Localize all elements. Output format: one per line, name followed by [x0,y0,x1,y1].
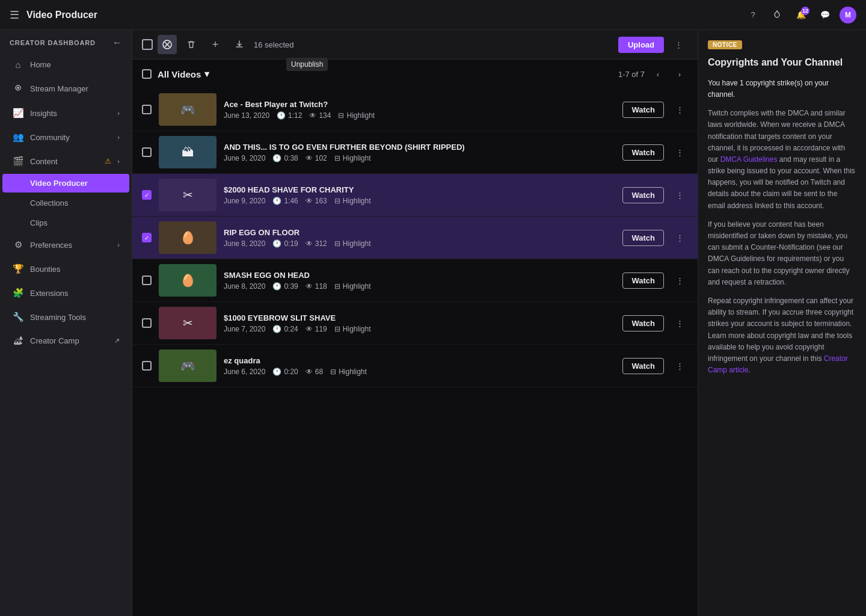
community-arrow-icon: › [117,134,120,141]
sidebar-sub-item-video-producer[interactable]: Video Producer [2,174,129,192]
sidebar-item-preferences[interactable]: ⚙ Preferences › [2,233,129,256]
sidebar-item-bounties[interactable]: 🏆 Bounties [2,257,129,280]
select-all-checkbox[interactable] [142,39,153,50]
sidebar-item-community[interactable]: 👥 Community › [2,126,129,149]
creator-camp-link[interactable]: Creator Camp article [708,354,848,374]
video-info: AND THIS... IS TO GO EVEN FURTHER BEYOND… [224,143,615,162]
type-icon: ⊟ [334,239,340,248]
sidebar-extensions-label: Extensions [30,289,120,298]
video-views: 👁 134 [309,111,331,120]
row-checkbox[interactable]: ✓ [142,233,152,242]
unpublish-button[interactable] [158,35,177,54]
sidebar-sub-item-clips[interactable]: Clips [2,214,129,232]
sidebar-creator-camp-label: Creator Camp [30,336,108,345]
help-icon-btn[interactable]: ? [743,5,763,25]
table-row[interactable]: ✓ ✂ $2000 HEAD SHAVE FOR CHARITY June 9,… [132,174,698,217]
delete-button[interactable] [182,35,201,54]
type-icon: ⊟ [334,154,340,162]
sidebar-preferences-label: Preferences [30,241,111,250]
sidebar-item-home[interactable]: ⌂ Home [2,54,129,76]
table-row[interactable]: 🎮 Ace - Best Player at Twitch? June 13, … [132,88,698,131]
notifications-badge: 12 [801,7,809,15]
sidebar-item-streaming-tools[interactable]: 🔧 Streaming Tools [2,306,129,328]
notice-paragraph-1: You have 1 copyright strike(s) on your c… [708,78,856,100]
sidebar-item-content[interactable]: 🎬 Content ⚠ › [2,150,129,173]
video-type: ⊟ Highlight [334,239,371,248]
video-info: $2000 HEAD SHAVE FOR CHARITY June 9, 202… [224,185,615,205]
content-warning-icon: ⚠ [105,157,111,165]
watch-button[interactable]: Watch [622,273,664,289]
video-thumbnail: 🥚 [159,221,216,254]
sidebar-item-creator-camp[interactable]: 🏕 Creator Camp ↗ [2,330,129,352]
table-row[interactable]: 🥚 SMASH EGG ON HEAD June 8, 2020 🕐 0:39 … [132,259,698,302]
download-icon [235,40,244,49]
help-icon: ? [751,10,755,19]
video-duration: 🕐 1:12 [277,111,302,120]
watch-button[interactable]: Watch [622,187,664,203]
row-checkbox[interactable] [142,318,152,328]
sidebar-item-insights[interactable]: 📈 Insights › [2,102,129,125]
download-button[interactable] [230,35,249,54]
row-more-button[interactable]: ⋮ [671,101,688,118]
video-date: June 9, 2020 [224,154,265,162]
chat-icon-btn[interactable]: 💬 [815,5,835,25]
row-checkbox[interactable] [142,361,152,371]
watch-button[interactable]: Watch [622,358,664,374]
row-more-button[interactable]: ⋮ [671,144,688,161]
row-checkbox[interactable] [142,105,152,114]
hamburger-icon[interactable]: ☰ [10,8,19,22]
avatar[interactable]: M [840,7,856,23]
video-title: Ace - Best Player at Twitch? [224,100,615,109]
pagination-prev-button[interactable]: ‹ [650,66,666,82]
video-title: AND THIS... IS TO GO EVEN FURTHER BEYOND… [224,143,615,152]
notifications-icon-btn[interactable]: 🔔 12 [791,5,811,25]
video-title: $2000 HEAD SHAVE FOR CHARITY [224,185,615,194]
table-row[interactable]: 🏔 AND THIS... IS TO GO EVEN FURTHER BEYO… [132,131,698,174]
row-more-button[interactable]: ⋮ [671,272,688,289]
row-more-button[interactable]: ⋮ [671,315,688,331]
watch-button[interactable]: Watch [622,144,664,161]
selected-count: 16 selected [254,40,613,49]
watch-button[interactable]: Watch [622,102,664,118]
video-meta: June 9, 2020 🕐 0:38 👁 102 ⊟ [224,154,615,162]
chat-icon: 💬 [820,10,830,19]
views-icon: 👁 [306,197,313,205]
sidebar: CREATOR DASHBOARD ← ⌂ Home Stream Manage… [0,30,132,616]
content-icon: 🎬 [12,156,24,167]
row-checkbox[interactable]: ✓ [142,190,152,200]
row-more-button[interactable]: ⋮ [671,229,688,246]
video-date: June 8, 2020 [224,239,265,248]
row-more-button[interactable]: ⋮ [671,357,688,374]
table-row[interactable]: ✓ 🥚 RIP EGG ON FLOOR June 8, 2020 🕐 0:19… [132,217,698,259]
external-link-icon: ↗ [114,337,120,345]
upload-button[interactable]: Upload [618,37,664,53]
video-duration: 🕐 0:24 [272,325,298,333]
video-thumbnail: ✂ [159,179,216,211]
sidebar-back-btn[interactable]: ← [112,37,122,48]
add-button[interactable]: + [206,35,225,54]
header-select-checkbox[interactable] [142,69,152,79]
dmca-guidelines-link[interactable]: DMCA Guidelines [720,155,778,164]
sidebar-sub-item-collections[interactable]: Collections [2,194,129,212]
video-date: June 9, 2020 [224,197,265,205]
row-more-button[interactable]: ⋮ [671,186,688,203]
table-row[interactable]: 🎮 ez quadra June 6, 2020 🕐 0:20 👁 68 [132,345,698,387]
row-checkbox[interactable] [142,147,152,157]
more-options-button[interactable]: ⋮ [669,35,688,54]
sidebar-item-extensions[interactable]: 🧩 Extensions [2,282,129,304]
all-videos-dropdown[interactable]: All Videos ▾ [158,69,209,79]
video-views: 👁 119 [306,325,327,333]
video-views: 👁 102 [306,154,327,162]
row-checkbox[interactable] [142,276,152,285]
svg-point-1 [17,87,19,89]
video-type: ⊟ Highlight [334,154,371,162]
watch-button[interactable]: Watch [622,315,664,331]
table-row[interactable]: ✂ $1000 EYEBROW SLIT SHAVE June 7, 2020 … [132,302,698,345]
video-duration: 🕐 0:39 [272,282,298,291]
sidebar-item-stream-manager[interactable]: Stream Manager [2,77,129,100]
watch-button[interactable]: Watch [622,230,664,246]
video-views: 👁 163 [306,197,327,205]
pagination-next-button[interactable]: › [671,66,688,82]
video-type: ⊟ Highlight [334,282,371,291]
drops-icon-btn[interactable] [767,5,787,25]
